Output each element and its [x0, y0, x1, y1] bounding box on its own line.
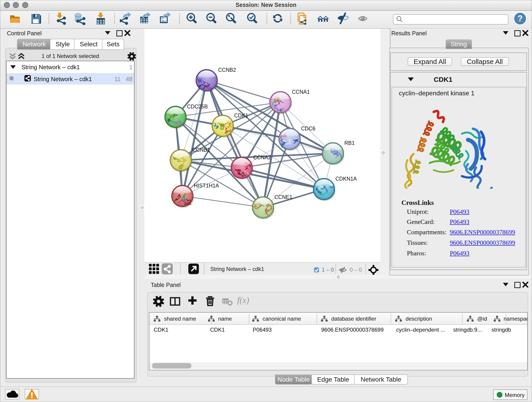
svg-text:CDK1: CDK1 — [234, 113, 248, 119]
svg-text:CCNE1: CCNE1 — [274, 194, 292, 200]
svg-text:CCNA1: CCNA1 — [292, 89, 310, 95]
svg-text:?: ? — [518, 14, 523, 23]
svg-text:HIST1H1A: HIST1H1A — [194, 183, 219, 189]
svg-text:CCNA2: CCNA2 — [253, 154, 271, 160]
svg-text:RB1: RB1 — [344, 140, 355, 146]
svg-text:CDKN1A: CDKN1A — [336, 176, 357, 182]
svg-text:CCNB2: CCNB2 — [218, 67, 236, 73]
svg-text:CCNB1: CCNB1 — [192, 147, 210, 153]
svg-text:CDC6: CDC6 — [301, 126, 316, 132]
svg-text:CDC25B: CDC25B — [187, 104, 208, 109]
